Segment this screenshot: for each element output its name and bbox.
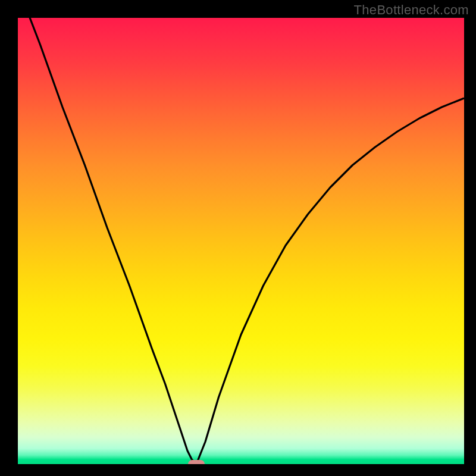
watermark-text: TheBottleneck.com	[354, 2, 469, 18]
bottleneck-curve	[18, 18, 464, 464]
plot-area	[18, 18, 464, 464]
optimal-marker	[188, 460, 205, 464]
